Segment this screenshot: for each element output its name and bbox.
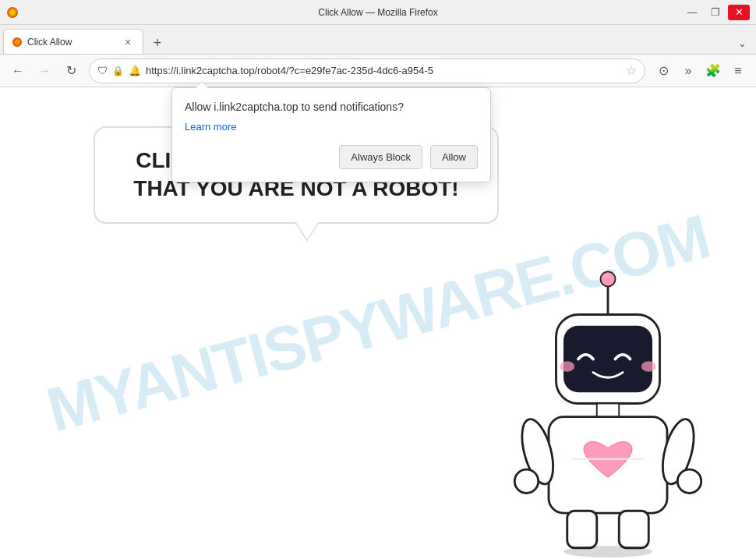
always-block-button[interactable]: Always Block: [339, 145, 422, 169]
svg-point-10: [641, 361, 656, 371]
nav-toolbar-right: ⊙ » 🧩 ≡: [652, 59, 750, 83]
robot-character: [483, 263, 733, 559]
more-tools-button[interactable]: »: [677, 59, 700, 83]
window-title: Click Allow — Mozilla Firefox: [318, 7, 437, 18]
svg-point-6: [601, 271, 616, 286]
list-all-tabs-button[interactable]: ⌄: [731, 32, 753, 54]
url-input[interactable]: [146, 65, 621, 76]
svg-point-9: [560, 361, 574, 371]
popup-title: Allow i.link2captcha.top to send notific…: [185, 101, 478, 113]
tab-favicon: [12, 37, 23, 48]
tab-close-button[interactable]: ×: [121, 35, 135, 49]
svg-point-2: [10, 10, 15, 15]
svg-point-4: [15, 39, 20, 44]
menu-button[interactable]: ≡: [726, 59, 750, 83]
robot-svg: [483, 263, 733, 559]
learn-more-link[interactable]: Learn more: [185, 121, 236, 133]
pocket-button[interactable]: ⊙: [652, 59, 675, 83]
close-button[interactable]: ✕: [728, 5, 750, 20]
firefox-icon: [6, 6, 19, 19]
svg-point-16: [677, 469, 701, 493]
popup-buttons: Always Block Allow: [185, 145, 478, 169]
active-tab[interactable]: Click Allow ×: [3, 29, 143, 54]
title-bar: Click Allow — Mozilla Firefox — ❐ ✕: [0, 0, 756, 25]
shield-icon: 🛡: [97, 65, 108, 76]
svg-point-19: [563, 546, 652, 557]
back-button[interactable]: ←: [6, 59, 30, 83]
notification-icon: 🔔: [129, 65, 141, 76]
title-bar-left: [6, 6, 19, 19]
title-bar-controls: — ❐ ✕: [681, 5, 750, 20]
svg-rect-17: [567, 511, 597, 548]
tab-bar-right: ⌄: [731, 32, 753, 54]
tab-bar: Click Allow × + ⌄: [0, 25, 756, 55]
maximize-button[interactable]: ❐: [705, 5, 726, 20]
new-tab-button[interactable]: +: [147, 32, 168, 54]
nav-bar: ← → ↻ 🛡 🔒 🔔 ☆ ⊙ » 🧩 ≡: [0, 55, 756, 87]
extensions-button[interactable]: 🧩: [701, 59, 725, 83]
notification-popup: Allow i.link2captcha.top to send notific…: [171, 87, 491, 182]
minimize-button[interactable]: —: [681, 5, 703, 20]
lock-icon: 🔒: [112, 65, 124, 76]
svg-point-14: [514, 469, 538, 493]
forward-button[interactable]: →: [33, 59, 56, 83]
bookmark-star-icon[interactable]: ☆: [626, 63, 637, 78]
allow-button[interactable]: Allow: [430, 145, 478, 169]
tab-title: Click Allow: [27, 37, 116, 48]
svg-rect-18: [619, 511, 648, 548]
url-bar[interactable]: 🛡 🔒 🔔 ☆: [89, 58, 645, 83]
reload-button[interactable]: ↻: [59, 59, 83, 83]
